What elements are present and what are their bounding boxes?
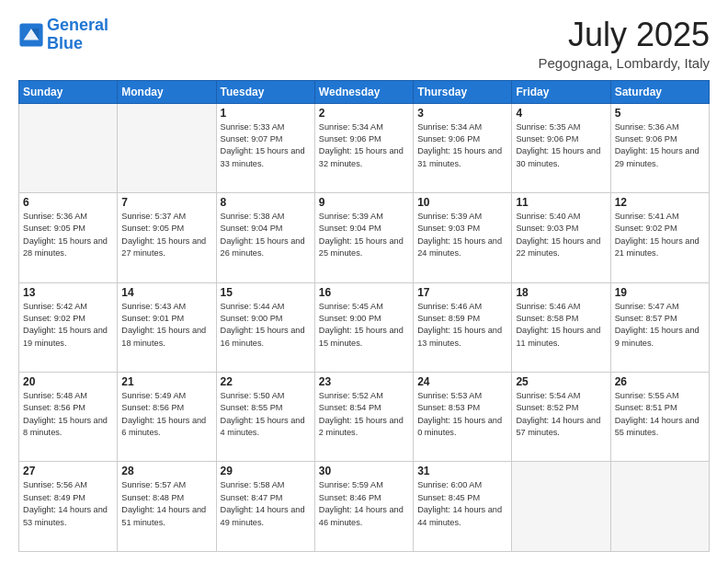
day-number: 29 [221,465,311,477]
sunrise-text: Sunrise: 5:34 AM [319,122,383,132]
day-number: 7 [121,196,211,209]
table-row [118,103,216,192]
daylight-text: Daylight: 15 hours and 6 minutes. [121,416,206,437]
daylight-text: Daylight: 15 hours and 33 minutes. [221,146,305,167]
header-tuesday: Tuesday [216,80,314,103]
table-row: 25Sunrise: 5:54 AMSunset: 8:52 PMDayligh… [512,373,610,462]
sunrise-text: Sunrise: 5:52 AM [319,391,383,400]
table-row: 9Sunrise: 5:39 AMSunset: 9:04 PMDaylight… [314,193,413,282]
table-row: 5Sunrise: 5:36 AMSunset: 9:06 PMDaylight… [610,103,709,192]
daylight-text: Daylight: 15 hours and 27 minutes. [121,236,206,258]
sunrise-text: Sunrise: 5:59 AM [319,480,383,489]
sunrise-text: Sunrise: 5:55 AM [615,391,679,400]
day-info: Sunrise: 5:36 AMSunset: 9:05 PMDaylight:… [23,211,113,259]
sunset-text: Sunset: 9:04 PM [221,224,283,233]
day-info: Sunrise: 5:36 AMSunset: 9:06 PMDaylight:… [615,121,705,170]
day-info: Sunrise: 5:40 AMSunset: 9:03 PMDaylight:… [516,211,606,259]
daylight-text: Daylight: 15 hours and 2 minutes. [319,416,404,437]
sunset-text: Sunset: 8:56 PM [121,403,184,412]
daylight-text: Daylight: 15 hours and 19 minutes. [23,326,108,347]
sunrise-text: Sunrise: 5:42 AM [23,302,87,311]
sunset-text: Sunset: 8:49 PM [23,493,85,502]
day-info: Sunrise: 5:52 AMSunset: 8:54 PMDaylight:… [319,390,409,439]
sunrise-text: Sunrise: 5:39 AM [417,212,482,221]
day-info: Sunrise: 5:46 AMSunset: 8:58 PMDaylight:… [516,301,606,350]
sunrise-text: Sunrise: 5:38 AM [221,212,285,221]
sunset-text: Sunset: 8:54 PM [319,403,381,412]
table-row: 14Sunrise: 5:43 AMSunset: 9:01 PMDayligh… [118,282,216,372]
sunset-text: Sunset: 9:02 PM [615,224,677,233]
calendar-header-row: Sunday Monday Tuesday Wednesday Thursday… [19,80,710,103]
day-info: Sunrise: 5:41 AMSunset: 9:02 PMDaylight:… [615,211,705,259]
daylight-text: Daylight: 14 hours and 49 minutes. [221,505,305,526]
daylight-text: Daylight: 15 hours and 26 minutes. [221,236,305,258]
page: General Blue July 2025 Pegognaga, Lombar… [0,0,728,563]
sunrise-text: Sunrise: 5:34 AM [417,122,482,132]
sunrise-text: Sunrise: 5:40 AM [516,212,580,221]
table-row: 21Sunrise: 5:49 AMSunset: 8:56 PMDayligh… [118,373,216,462]
daylight-text: Daylight: 14 hours and 51 minutes. [121,505,206,526]
daylight-text: Daylight: 15 hours and 28 minutes. [23,236,108,258]
daylight-text: Daylight: 15 hours and 32 minutes. [319,146,404,167]
day-number: 11 [516,196,606,209]
table-row: 31Sunrise: 6:00 AMSunset: 8:45 PMDayligh… [414,462,512,552]
day-number: 30 [319,465,409,477]
day-number: 13 [23,286,113,299]
sunset-text: Sunset: 8:53 PM [417,403,480,412]
day-number: 1 [221,107,311,120]
table-row [610,462,709,552]
sunrise-text: Sunrise: 5:45 AM [319,302,383,311]
day-number: 19 [615,286,705,299]
day-info: Sunrise: 5:56 AMSunset: 8:49 PMDaylight:… [23,479,113,528]
calendar-week-row: 6Sunrise: 5:36 AMSunset: 9:05 PMDaylight… [19,193,710,282]
day-number: 9 [319,196,409,209]
day-info: Sunrise: 5:38 AMSunset: 9:04 PMDaylight:… [221,211,311,259]
daylight-text: Daylight: 14 hours and 57 minutes. [516,416,600,437]
day-info: Sunrise: 5:39 AMSunset: 9:03 PMDaylight:… [417,211,507,259]
sunrise-text: Sunrise: 6:00 AM [417,480,482,489]
sunset-text: Sunset: 9:02 PM [23,314,85,323]
sunset-text: Sunset: 9:07 PM [221,134,283,144]
sunrise-text: Sunrise: 5:33 AM [221,122,285,132]
day-number: 14 [121,286,211,299]
calendar-week-row: 27Sunrise: 5:56 AMSunset: 8:49 PMDayligh… [19,462,710,552]
table-row: 15Sunrise: 5:44 AMSunset: 9:00 PMDayligh… [216,282,314,372]
table-row: 7Sunrise: 5:37 AMSunset: 9:05 PMDaylight… [118,193,216,282]
day-number: 31 [417,465,507,477]
table-row: 20Sunrise: 5:48 AMSunset: 8:56 PMDayligh… [19,373,118,462]
header-saturday: Saturday [610,80,709,103]
table-row: 24Sunrise: 5:53 AMSunset: 8:53 PMDayligh… [414,373,512,462]
daylight-text: Daylight: 15 hours and 16 minutes. [221,326,305,347]
day-number: 16 [319,286,409,299]
day-number: 21 [121,375,211,388]
daylight-text: Daylight: 15 hours and 22 minutes. [516,236,600,258]
table-row: 10Sunrise: 5:39 AMSunset: 9:03 PMDayligh… [414,193,512,282]
day-number: 22 [221,375,311,388]
day-number: 12 [615,196,705,209]
logo-icon [18,22,44,48]
daylight-text: Daylight: 15 hours and 9 minutes. [615,326,700,347]
calendar-week-row: 1Sunrise: 5:33 AMSunset: 9:07 PMDaylight… [19,103,710,192]
header-wednesday: Wednesday [314,80,413,103]
sunrise-text: Sunrise: 5:56 AM [23,480,87,489]
sunset-text: Sunset: 9:05 PM [23,224,85,233]
daylight-text: Daylight: 15 hours and 8 minutes. [23,416,108,437]
sunrise-text: Sunrise: 5:36 AM [615,122,679,132]
sunset-text: Sunset: 8:47 PM [221,493,283,502]
sunset-text: Sunset: 8:52 PM [516,403,578,412]
sunset-text: Sunset: 9:03 PM [516,224,578,233]
sunset-text: Sunset: 9:06 PM [615,134,677,144]
day-number: 10 [417,196,507,209]
daylight-text: Daylight: 14 hours and 55 minutes. [615,416,700,437]
calendar-week-row: 20Sunrise: 5:48 AMSunset: 8:56 PMDayligh… [19,373,710,462]
daylight-text: Daylight: 15 hours and 29 minutes. [615,146,700,167]
day-info: Sunrise: 5:34 AMSunset: 9:06 PMDaylight:… [319,121,409,170]
sunset-text: Sunset: 9:00 PM [319,314,381,323]
daylight-text: Daylight: 15 hours and 24 minutes. [417,236,502,258]
table-row: 4Sunrise: 5:35 AMSunset: 9:06 PMDaylight… [512,103,610,192]
day-number: 20 [23,375,113,388]
daylight-text: Daylight: 15 hours and 30 minutes. [516,146,600,167]
sunrise-text: Sunrise: 5:36 AM [23,212,87,221]
sunset-text: Sunset: 8:55 PM [221,403,283,412]
table-row: 13Sunrise: 5:42 AMSunset: 9:02 PMDayligh… [19,282,118,372]
